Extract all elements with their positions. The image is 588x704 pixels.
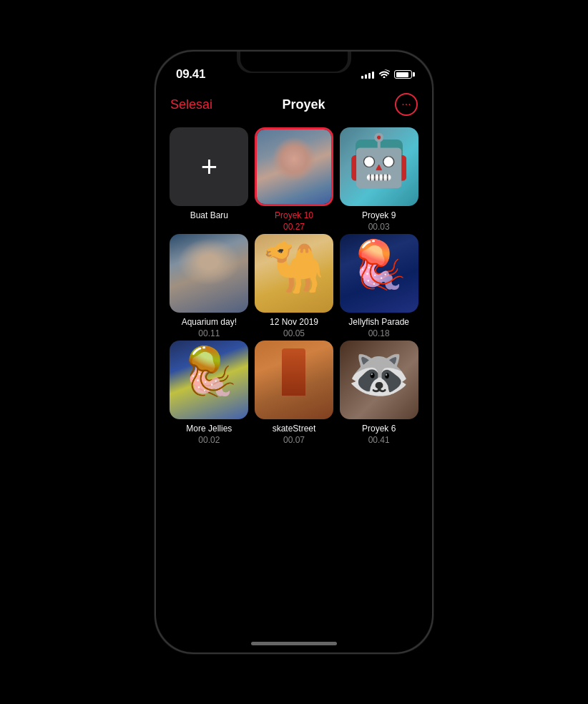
- project-duration-proyek-6: 00.41: [362, 435, 396, 446]
- project-item-more-jellies[interactable]: More Jellies 00.02: [167, 341, 251, 446]
- project-image-skate-street: [255, 341, 333, 419]
- project-duration-skate-street: 00.07: [273, 435, 316, 446]
- project-thumbnail-proyek-10[interactable]: [255, 127, 333, 206]
- project-name-proyek-6: Proyek 6: [362, 424, 396, 435]
- project-item-proyek-6[interactable]: Proyek 6 00.41: [337, 341, 421, 446]
- project-image-proyek-9: [340, 127, 418, 206]
- project-thumbnail-more-jellies[interactable]: [170, 341, 248, 419]
- more-options-button[interactable]: ···: [395, 93, 418, 116]
- project-name-skate-street: skateStreet: [273, 424, 316, 435]
- project-thumbnail-aquarium-day[interactable]: [170, 234, 248, 313]
- project-thumbnail-jellyfish-parade[interactable]: [340, 234, 418, 313]
- signal-bar-3: [368, 73, 371, 79]
- project-label-jellyfish-parade: Jellyfish Parade 00.18: [348, 317, 409, 339]
- project-thumbnail-12-nov-2019[interactable]: [255, 234, 333, 313]
- project-item-skate-street[interactable]: skateStreet 00.07: [253, 341, 336, 446]
- project-image-jellyfish-parade: [340, 234, 418, 313]
- project-label-proyek-6: Proyek 6 00.41: [362, 424, 396, 446]
- projects-grid: + Buat Baru Proyek 10 00.27: [156, 124, 432, 449]
- signal-bar-1: [361, 76, 363, 79]
- project-label-more-jellies: More Jellies 00.02: [186, 424, 232, 446]
- project-name-aquarium-day: Aquarium day!: [182, 317, 237, 328]
- project-label-skate-street: skateStreet 00.07: [273, 424, 316, 446]
- signal-bar-4: [372, 72, 374, 79]
- project-image-12-nov-2019: [255, 234, 333, 313]
- project-thumbnail-skate-street[interactable]: [255, 341, 333, 419]
- status-icons: [361, 69, 412, 80]
- project-item-aquarium-day[interactable]: Aquarium day! 00.11: [167, 234, 251, 339]
- page-title: Proyek: [283, 97, 325, 112]
- project-item-proyek-9[interactable]: Proyek 9 00.03: [337, 127, 421, 233]
- signal-bar-2: [365, 74, 367, 79]
- create-new-name: Buat Baru: [190, 210, 228, 222]
- project-thumbnail-proyek-6[interactable]: [340, 341, 418, 419]
- battery-fill: [396, 72, 408, 77]
- project-item-proyek-10[interactable]: Proyek 10 00.27: [253, 127, 336, 233]
- project-label-proyek-9: Proyek 9 00.03: [362, 210, 396, 233]
- phone-frame: 09.41 Selesai: [155, 50, 433, 654]
- wifi-icon: [378, 69, 390, 80]
- create-new-label: Buat Baru: [190, 210, 228, 222]
- project-duration-proyek-9: 00.03: [362, 222, 396, 233]
- project-name-jellyfish-parade: Jellyfish Parade: [348, 317, 409, 328]
- done-button[interactable]: Selesai: [170, 97, 212, 112]
- project-label-proyek-10: Proyek 10 00.27: [275, 210, 313, 233]
- create-new-thumbnail[interactable]: +: [170, 127, 248, 206]
- plus-icon: +: [201, 151, 217, 183]
- project-thumbnail-proyek-9[interactable]: [340, 127, 418, 206]
- screen: 09.41 Selesai: [156, 52, 432, 652]
- project-image-proyek-6: [340, 341, 418, 419]
- project-label-aquarium-day: Aquarium day! 00.11: [182, 317, 237, 339]
- project-duration-12-nov-2019: 00.05: [270, 328, 318, 340]
- project-item-12-nov-2019[interactable]: 12 Nov 2019 00.05: [253, 234, 336, 339]
- project-name-more-jellies: More Jellies: [186, 424, 232, 435]
- battery-icon: [394, 70, 412, 79]
- create-new-item[interactable]: + Buat Baru: [167, 127, 251, 233]
- signal-icon: [361, 70, 374, 79]
- project-duration-jellyfish-parade: 00.18: [348, 328, 409, 340]
- status-time: 09.41: [176, 67, 205, 82]
- project-duration-aquarium-day: 00.11: [182, 328, 237, 340]
- home-indicator[interactable]: [251, 642, 337, 645]
- notch: [240, 52, 348, 72]
- project-image-more-jellies: [170, 341, 248, 419]
- project-item-jellyfish-parade[interactable]: Jellyfish Parade 00.18: [337, 234, 421, 339]
- nav-bar: Selesai Proyek ···: [156, 87, 432, 124]
- project-duration-proyek-10: 00.27: [275, 222, 313, 233]
- project-image-aquarium-day: [170, 234, 248, 313]
- project-label-12-nov-2019: 12 Nov 2019 00.05: [270, 317, 318, 339]
- project-duration-more-jellies: 00.02: [186, 435, 232, 446]
- more-options-icon: ···: [401, 98, 411, 111]
- project-name-proyek-9: Proyek 9: [362, 210, 396, 222]
- project-name-proyek-10: Proyek 10: [275, 210, 313, 222]
- project-name-12-nov-2019: 12 Nov 2019: [270, 317, 318, 328]
- project-image-proyek-10: [257, 129, 331, 204]
